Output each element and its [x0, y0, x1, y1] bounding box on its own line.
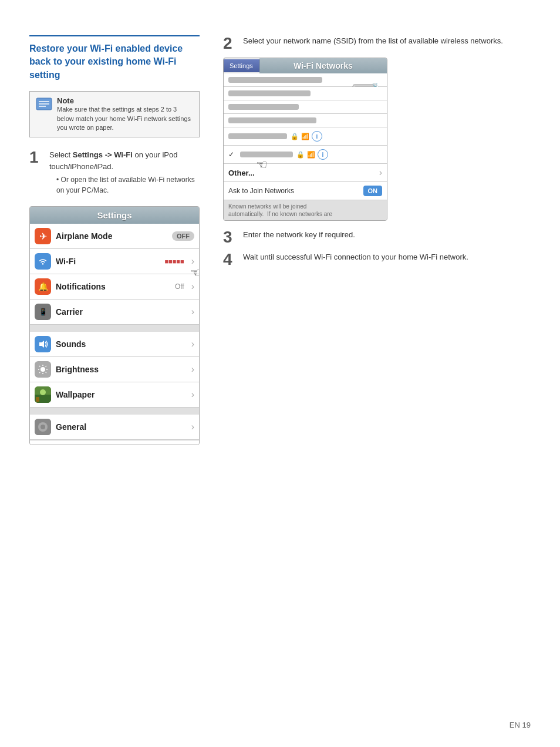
svg-line-12 [46, 372, 47, 374]
wifi-net-row-4[interactable] [224, 114, 387, 127]
ios-row-general[interactable]: General › [30, 415, 199, 440]
wallpaper-icon [35, 386, 51, 403]
wifi-info-btn-6[interactable]: i [318, 149, 328, 160]
sounds-chevron: › [191, 339, 194, 349]
step-4-content: Wait until successful Wi-Fi connection t… [243, 251, 468, 268]
wifi-net-label-2 [228, 90, 311, 96]
wifi-info-btn-5[interactable]: i [312, 131, 322, 142]
ios-separator-1 [30, 325, 199, 332]
wifi-ask-row[interactable]: Ask to Join Networks ON [224, 182, 387, 200]
wifi-net-label-6 [240, 152, 293, 157]
wifi-on-button[interactable]: ON [363, 186, 383, 196]
wifi-net-label-5 [228, 133, 287, 139]
step-1-number: 1 [29, 149, 43, 198]
step-3-text: Enter the network key if required. [243, 229, 355, 241]
ios-separator-2 [30, 408, 199, 415]
ios-row-notifications[interactable]: 🔔 Notifications Off › [30, 274, 199, 300]
step-1: 1 Select Settings -> Wi-Fi on your iPod … [29, 149, 200, 198]
ios-row-airplane[interactable]: ✈ Airplane Mode OFF [30, 224, 199, 249]
svg-line-13 [46, 366, 47, 367]
wifi-net-row-5[interactable]: 🔒 📶 i [224, 127, 387, 146]
step-1-sub: Or open the list of available Wi-Fi netw… [49, 174, 200, 196]
brightness-chevron: › [191, 364, 194, 375]
hand-cursor-wifi-net: ☜ [256, 157, 268, 173]
notifications-icon: 🔔 [35, 278, 51, 295]
notifications-chevron: › [191, 281, 194, 292]
wifi-check-6: ✓ [228, 150, 234, 159]
wifi-net-row-1[interactable]: 📡 [224, 73, 387, 87]
wifi-net-label-1 [228, 77, 322, 83]
wifi-panel-title: Wi-Fi Networks [259, 58, 387, 73]
wallpaper-chevron: › [191, 389, 194, 400]
wifi-label: Wi-Fi [56, 257, 160, 266]
notifications-value: Off [175, 282, 184, 291]
section-heading: Restore your Wi-Fi enabled device back t… [29, 35, 200, 82]
ios-bottom-partial [30, 440, 199, 445]
step-2-content: Select your network name (SSID) from the… [243, 35, 503, 52]
brightness-icon [35, 361, 51, 378]
wifi-net-label-3 [228, 104, 299, 110]
brightness-label: Brightness [56, 365, 187, 374]
wifi-net-row-3[interactable] [224, 100, 387, 114]
note-label: Note [57, 96, 193, 105]
ios-row-carrier[interactable]: 📱 Carrier › [30, 300, 199, 325]
page-number: EN 19 [510, 721, 531, 729]
wifi-icon [35, 253, 51, 270]
right-column: 2 Select your network name (SSID) from t… [211, 35, 531, 724]
ios-row-sounds[interactable]: Sounds › [30, 332, 199, 357]
notifications-label: Notifications [56, 282, 170, 291]
wifi-ask-label: Ask to Join Networks [228, 187, 363, 195]
page-container: Restore your Wi-Fi enabled device back t… [0, 0, 560, 747]
note-box: Note Make sure that the settings at step… [29, 91, 200, 137]
wifi-settings-btn[interactable]: Settings [224, 59, 259, 72]
svg-point-4 [42, 264, 43, 265]
wifi-other-row[interactable]: Other... › [224, 164, 387, 182]
step-3: 3 Enter the network key if required. [223, 229, 531, 245]
svg-point-6 [41, 367, 45, 372]
svg-point-17 [40, 389, 46, 395]
step-3-content: Enter the network key if required. [243, 229, 355, 245]
wallpaper-label: Wallpaper [56, 390, 187, 399]
airplane-label: Airplane Mode [56, 231, 167, 241]
svg-line-14 [39, 372, 41, 374]
ios-settings-panel: Settings ✈ Airplane Mode OFF Wi-Fi [29, 206, 200, 445]
ios-row-wallpaper[interactable]: Wallpaper › [30, 382, 199, 408]
wifi-known-text: Known networks will be joinedautomatical… [224, 200, 387, 220]
step-2-text: Select your network name (SSID) from the… [243, 35, 503, 47]
general-label: General [56, 422, 187, 432]
wifi-other-label: Other... [228, 169, 379, 177]
note-icon [36, 97, 52, 110]
ios-settings-title: Settings [30, 207, 199, 224]
step-3-number: 3 [223, 229, 237, 245]
wifi-net-label-4 [228, 117, 316, 123]
step-4: 4 Wait until successful Wi-Fi connection… [223, 251, 531, 268]
airplane-icon: ✈ [35, 228, 51, 244]
wifi-net-row-6[interactable]: ✓ 🔒 📶 i ☜ [224, 146, 387, 164]
airplane-toggle[interactable]: OFF [172, 231, 194, 241]
step-2-number: 2 [223, 35, 237, 52]
note-text: Make sure that the settings at steps 2 t… [57, 105, 193, 132]
sounds-icon [35, 336, 51, 352]
step-1-content: Select Settings -> Wi-Fi on your iPod to… [49, 149, 200, 198]
svg-marker-5 [39, 341, 44, 348]
sounds-label: Sounds [56, 339, 187, 349]
ios-row-wifi[interactable]: Wi-Fi ■■■■■ › ☜ [30, 249, 199, 274]
left-column: Restore your Wi-Fi enabled device back t… [29, 35, 211, 724]
carrier-chevron: › [191, 307, 194, 317]
wifi-net-5-icons: 🔒 📶 i [291, 131, 322, 142]
hand-cursor-wifi: ☜ [190, 265, 200, 281]
carrier-label: Carrier [56, 307, 187, 317]
wifi-networks-panel: Settings Wi-Fi Networks [223, 58, 387, 221]
general-icon [35, 419, 51, 435]
ios-row-brightness[interactable]: Brightness › [30, 357, 199, 382]
svg-point-21 [41, 425, 45, 429]
svg-line-11 [39, 366, 41, 367]
svg-rect-18 [36, 397, 39, 402]
wifi-title-bar: Settings Wi-Fi Networks [224, 58, 387, 73]
wifi-status: ■■■■■ [164, 258, 184, 265]
wifi-net-row-2[interactable] [224, 87, 387, 100]
general-chevron: › [191, 422, 194, 432]
wifi-other-chevron: › [379, 167, 382, 178]
step-2: 2 Select your network name (SSID) from t… [223, 35, 531, 52]
wifi-net-6-icons: 🔒 📶 i [296, 149, 328, 160]
